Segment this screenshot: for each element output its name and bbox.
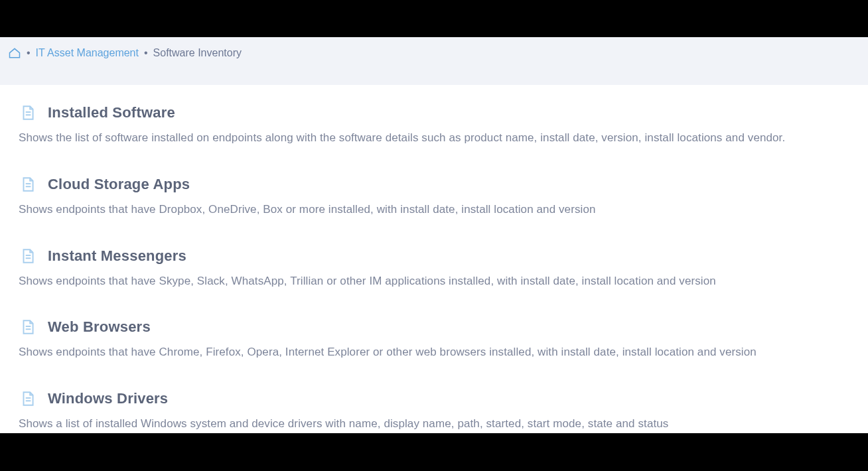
document-icon	[19, 247, 37, 265]
item-windows-drivers[interactable]: Windows Drivers	[19, 389, 849, 408]
breadcrumb: • IT Asset Management • Software Invento…	[0, 37, 868, 85]
item-description: Shows endpoints that have Skype, Slack, …	[19, 273, 849, 289]
item-title: Web Browsers	[48, 318, 151, 336]
content: Installed Software Shows the list of sof…	[0, 85, 868, 432]
item-title: Instant Messengers	[48, 247, 186, 265]
item-title: Installed Software	[48, 104, 175, 121]
breadcrumb-parent-link[interactable]: IT Asset Management	[36, 47, 139, 59]
item-instant-messengers[interactable]: Instant Messengers	[19, 247, 849, 265]
document-icon	[19, 389, 37, 408]
document-icon	[19, 318, 37, 336]
item-title: Windows Drivers	[48, 390, 168, 407]
document-icon	[19, 175, 37, 194]
item-description: Shows endpoints that have Dropbox, OneDr…	[19, 202, 849, 218]
item-description: Shows the list of software installed on …	[19, 130, 849, 146]
home-icon[interactable]	[8, 46, 21, 60]
item-installed-software[interactable]: Installed Software	[19, 103, 849, 122]
breadcrumb-separator: •	[27, 47, 31, 59]
item-cloud-storage-apps[interactable]: Cloud Storage Apps	[19, 175, 849, 194]
breadcrumb-separator: •	[144, 47, 148, 59]
list-item: Windows Drivers Shows a list of installe…	[19, 389, 849, 432]
document-icon	[19, 103, 37, 122]
item-web-browsers[interactable]: Web Browsers	[19, 318, 849, 336]
list-item: Installed Software Shows the list of sof…	[19, 103, 849, 146]
item-description: Shows a list of installed Windows system…	[19, 416, 849, 432]
item-description: Shows endpoints that have Chrome, Firefo…	[19, 344, 849, 360]
breadcrumb-current: Software Inventory	[153, 47, 242, 59]
item-title: Cloud Storage Apps	[48, 176, 190, 193]
list-item: Cloud Storage Apps Shows endpoints that …	[19, 175, 849, 218]
page-wrapper: • IT Asset Management • Software Invento…	[0, 37, 868, 433]
list-item: Web Browsers Shows endpoints that have C…	[19, 318, 849, 360]
list-item: Instant Messengers Shows endpoints that …	[19, 247, 849, 289]
